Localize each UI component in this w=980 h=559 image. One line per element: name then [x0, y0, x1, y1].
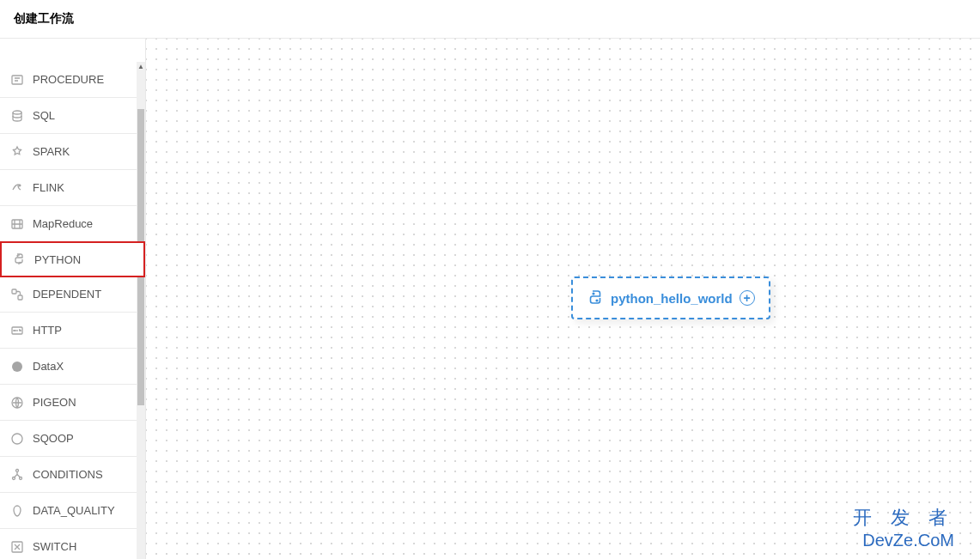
- sidebar-item-procedure[interactable]: PROCEDURE: [0, 62, 145, 98]
- procedure-icon: [10, 73, 24, 87]
- conditions-icon: [10, 468, 24, 482]
- sidebar-item-label: DATA_QUALITY: [33, 504, 115, 517]
- sidebar-item-label: PYTHON: [34, 253, 81, 266]
- dependent-icon: [10, 288, 24, 301]
- mapreduce-icon: [10, 217, 24, 231]
- sidebar-item-label: SQOOP: [33, 432, 74, 445]
- sidebar-item-datax[interactable]: DataX: [0, 349, 145, 385]
- watermark-text-2: DevZe.CoM: [853, 531, 954, 550]
- scroll-up-arrow[interactable]: ▲: [137, 62, 145, 70]
- workflow-node-python[interactable]: python_hello_world +: [571, 276, 770, 319]
- svg-rect-6: [12, 289, 16, 294]
- dataquality-icon: [10, 504, 24, 518]
- datax-icon: [10, 360, 24, 374]
- sidebar-scroll[interactable]: PROCEDURE SQL SPARK FLINK: [0, 62, 145, 559]
- sidebar-item-label: FLINK: [33, 181, 64, 194]
- sidebar-item-label: SWITCH: [33, 540, 76, 553]
- sidebar-item-sql[interactable]: SQL: [0, 98, 145, 134]
- svg-point-12: [16, 469, 19, 471]
- python-icon: [12, 252, 26, 266]
- node-add-button[interactable]: +: [740, 290, 755, 306]
- svg-point-17: [596, 300, 598, 301]
- svg-point-9: [12, 362, 22, 372]
- sidebar-item-sqoop[interactable]: SQOOP: [0, 421, 145, 457]
- sidebar-item-label: CONDITIONS: [33, 468, 103, 481]
- sidebar-item-label: PIGEON: [33, 396, 76, 409]
- sqoop-icon: [10, 432, 24, 446]
- svg-point-5: [20, 263, 21, 264]
- sidebar-item-label: HTTP: [33, 324, 62, 337]
- page-title: 创建工作流: [14, 11, 74, 27]
- http-icon: [10, 324, 24, 337]
- sidebar-scrollbar[interactable]: ▲: [137, 62, 145, 559]
- task-type-sidebar: PROCEDURE SQL SPARK FLINK: [0, 39, 146, 559]
- svg-point-16: [593, 293, 594, 295]
- sidebar-item-python[interactable]: PYTHON: [0, 241, 145, 277]
- sidebar-item-http[interactable]: HTTP: [0, 313, 145, 349]
- sidebar-item-conditions[interactable]: CONDITIONS: [0, 457, 145, 493]
- sidebar-item-mapreduce[interactable]: MapReduce: [0, 206, 145, 242]
- svg-point-2: [19, 185, 21, 186]
- switch-icon: [10, 540, 24, 554]
- sidebar-item-label: MapReduce: [33, 217, 93, 230]
- sidebar-item-dataquality[interactable]: DATA_QUALITY: [0, 493, 145, 529]
- flink-icon: [10, 181, 24, 195]
- sidebar-item-label: SQL: [33, 109, 55, 122]
- svg-rect-0: [12, 76, 22, 84]
- sql-icon: [10, 109, 24, 123]
- sidebar-item-switch[interactable]: SWITCH: [0, 529, 145, 559]
- sidebar-item-spark[interactable]: SPARK: [0, 134, 145, 170]
- pigeon-icon: [10, 396, 24, 410]
- sidebar-item-flink[interactable]: FLINK: [0, 170, 145, 206]
- sidebar-item-label: DataX: [33, 360, 64, 373]
- spark-icon: [10, 145, 24, 159]
- sidebar-item-pigeon[interactable]: PIGEON: [0, 385, 145, 421]
- node-label: python_hello_world: [611, 291, 733, 306]
- svg-rect-7: [18, 295, 22, 300]
- sidebar-item-label: SPARK: [33, 145, 70, 158]
- main-container: PROCEDURE SQL SPARK FLINK: [0, 39, 980, 559]
- header: 创建工作流: [0, 0, 980, 39]
- watermark-text-1: 开 发 者: [853, 505, 954, 531]
- svg-point-11: [12, 434, 22, 444]
- sidebar-item-dependent[interactable]: DEPENDENT: [0, 276, 145, 313]
- python-icon: [587, 289, 604, 307]
- watermark: 开 发 者 DevZe.CoM: [853, 505, 954, 550]
- sidebar-item-label: PROCEDURE: [33, 73, 104, 86]
- svg-point-4: [17, 256, 18, 257]
- sidebar-item-label: DEPENDENT: [33, 288, 101, 301]
- workflow-canvas[interactable]: python_hello_world + 开 发 者 DevZe.CoM: [146, 39, 980, 559]
- svg-point-1: [13, 111, 21, 114]
